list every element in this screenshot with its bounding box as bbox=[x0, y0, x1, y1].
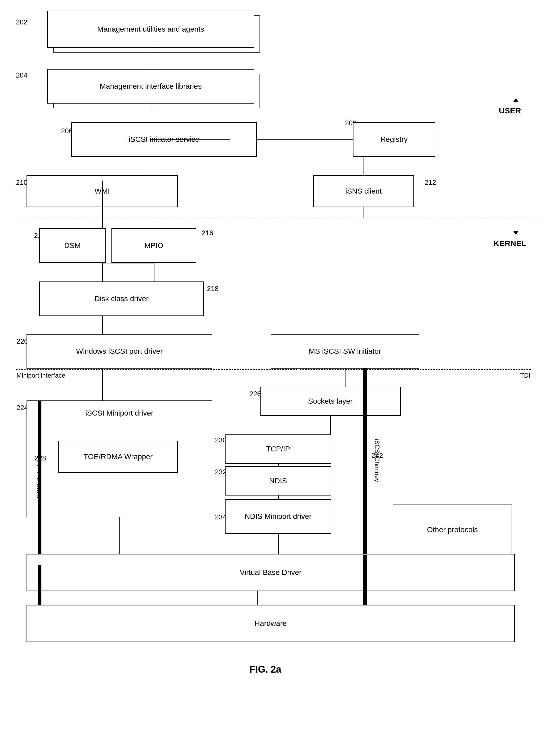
registry-box: Registry bbox=[353, 122, 435, 157]
ref-230-label: 230 bbox=[215, 436, 226, 444]
dashed-miniport bbox=[16, 369, 297, 370]
ndis-mini-text: NDIS Miniport driver bbox=[245, 512, 312, 521]
dsm-text: DSM bbox=[64, 242, 81, 250]
toe-box: TOE/RDMA Wrapper bbox=[58, 441, 178, 473]
hardware-box: Hardware bbox=[26, 605, 515, 642]
line-init-isns bbox=[364, 157, 364, 175]
ref-206-label: 206 bbox=[61, 127, 72, 135]
arrow-user-up bbox=[513, 98, 519, 102]
registry-text: Registry bbox=[381, 135, 408, 144]
line-other-vbd bbox=[393, 530, 393, 558]
hardware-text: Hardware bbox=[254, 619, 287, 628]
line-other-vbd-h bbox=[367, 558, 393, 558]
line-user-kernel bbox=[515, 101, 515, 231]
ref-242-label: 242 bbox=[372, 452, 383, 460]
dsm-box: DSM bbox=[39, 228, 105, 263]
line-mgmt-util-down bbox=[151, 48, 151, 69]
mgmt-util-text: Management utilities and agents bbox=[97, 25, 204, 33]
win-iscsi-text: Windows iSCSI port driver bbox=[76, 347, 163, 356]
tdi-label: TDI bbox=[520, 372, 531, 379]
line-dsm-disk bbox=[102, 263, 103, 284]
iscsi-chimney-hw bbox=[363, 591, 367, 605]
line-tcpip-ndis bbox=[278, 464, 279, 466]
kernel-label: KERNEL bbox=[493, 239, 526, 248]
iscsi-chimney-line bbox=[363, 368, 367, 562]
line-isns-dashed bbox=[364, 207, 364, 218]
ref-204-label: 204 bbox=[16, 71, 27, 79]
mgmt-iface-box: Management interface libraries bbox=[47, 69, 254, 104]
line-ndis-mini bbox=[278, 495, 279, 499]
ms-iscsi-text: MS iSCSI SW initiator bbox=[309, 347, 381, 356]
virtual-base-text: Virtual Base Driver bbox=[240, 568, 302, 577]
fig-caption: FIG. 2a bbox=[199, 664, 332, 675]
line-wmi-dsm bbox=[102, 181, 103, 228]
win-iscsi-box: Windows iSCSI port driver bbox=[26, 334, 212, 368]
line-vbd-hw bbox=[257, 591, 258, 605]
ref-226-label: 226 bbox=[249, 390, 261, 398]
other-proto-box: Other protocols bbox=[393, 504, 512, 555]
line-disk-win bbox=[102, 316, 103, 334]
tcpip-box: TCP/IP bbox=[225, 434, 331, 464]
other-proto-text: Other protocols bbox=[427, 526, 478, 534]
ref-202-label: 202 bbox=[16, 18, 27, 26]
mpio-text: MPIO bbox=[144, 242, 163, 250]
line-dsm-mpio-bottom bbox=[102, 263, 154, 263]
isns-text: iSNS client bbox=[345, 187, 382, 195]
virtual-base-box: Virtual Base Driver bbox=[26, 554, 515, 591]
iscsi-dataflow-label: iSCSI Data Flow bbox=[35, 453, 43, 500]
line-ndismini-vbd bbox=[278, 534, 279, 554]
tcpip-text: TCP/IP bbox=[266, 445, 290, 453]
isns-box: iSNS client bbox=[313, 175, 414, 207]
ndis-text: NDIS bbox=[269, 477, 287, 485]
sockets-box: Sockets layer bbox=[260, 387, 401, 416]
arrow-kernel-down bbox=[513, 231, 519, 235]
dashed-tdi bbox=[300, 369, 531, 370]
mgmt-iface-text: Management interface libraries bbox=[100, 82, 202, 90]
mpio-box: MPIO bbox=[111, 228, 196, 263]
mgmt-util-box: Management utilities and agents bbox=[47, 11, 254, 48]
ref-232-label: 232 bbox=[215, 468, 226, 476]
ref-210-label: 210 bbox=[16, 179, 27, 187]
dashed-line-user-kernel bbox=[16, 218, 541, 218]
line-mpio-disk bbox=[154, 263, 154, 284]
ms-iscsi-box: MS iSCSI SW initiator bbox=[271, 334, 419, 368]
ndis-box: NDIS bbox=[225, 466, 331, 495]
line-ndis-vbd bbox=[120, 517, 120, 554]
line-init-registry bbox=[257, 139, 353, 140]
line-dsm-mpio-top bbox=[105, 246, 111, 246]
line-sockets-tcpip bbox=[330, 416, 331, 437]
iscsi-chimney-vbd bbox=[363, 555, 367, 591]
user-label: USER bbox=[499, 106, 521, 115]
ref-234-label: 234 bbox=[215, 513, 226, 521]
ref-220-label: 220 bbox=[16, 337, 28, 345]
disk-box: Disk class driver bbox=[39, 281, 204, 316]
line-mgmt-iface-down bbox=[151, 104, 151, 125]
line-chimney-other bbox=[331, 530, 393, 530]
ref-212-label: 212 bbox=[424, 179, 436, 187]
miniport-label: Miniport interface bbox=[16, 372, 65, 379]
disk-text: Disk class driver bbox=[94, 294, 149, 303]
iscsi-chimney-label: iSCSI Chimney bbox=[373, 439, 381, 482]
ref-218-label: 218 bbox=[207, 285, 218, 293]
iscsi-df-hw bbox=[38, 565, 42, 605]
ref-224-label: 224 bbox=[16, 404, 28, 412]
iscsi-mini-text: iSCSI Miniport driver bbox=[85, 409, 154, 417]
ndis-mini-box: NDIS Miniport driver bbox=[225, 499, 331, 534]
line-init-wmi bbox=[151, 157, 151, 178]
sockets-text: Sockets layer bbox=[308, 397, 353, 406]
diagram-container: 202 Management utilities and agents 204 … bbox=[0, 0, 553, 756]
line-win-mini bbox=[102, 368, 103, 400]
line-wmi-init-h bbox=[151, 139, 230, 140]
toe-text: TOE/RDMA Wrapper bbox=[84, 453, 153, 461]
ref-216-label: 216 bbox=[202, 229, 213, 237]
